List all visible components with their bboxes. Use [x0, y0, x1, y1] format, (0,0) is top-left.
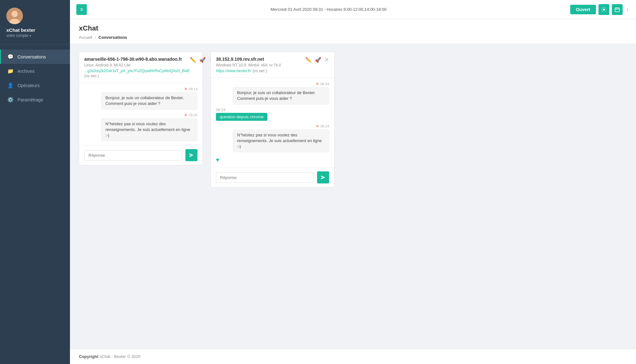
message-meta: ✕ 09:25 — [184, 113, 197, 117]
chat-card-title: amarseille-656-1-798-30.w90-8.abo.wanado… — [84, 56, 190, 62]
top-header: ≡ Mercredi 01 Avril 2020 09:31 - Horaire… — [70, 0, 636, 19]
content-area: amarseille-656-1-798-30.w90-8.abo.wanado… — [70, 44, 636, 349]
message-row: ♥ — [216, 155, 329, 163]
chat-card-subtitle: Windows NT 10.0; Win64; x64; rv:74.0 — [216, 63, 305, 67]
message-time: 09:24 — [320, 124, 329, 128]
chat-card-link[interactable]: https://www.bexter.fr/ — [216, 69, 251, 73]
chat-card-conv1: amarseille-656-1-798-30.w90-8.abo.wanado… — [79, 52, 203, 165]
send-icon[interactable]: 🚀 — [199, 57, 206, 63]
svg-point-1 — [11, 11, 18, 17]
message-status-icon: ✕ — [316, 124, 319, 128]
send-icon[interactable]: 🚀 — [315, 57, 321, 63]
message-status-icon: ✕ — [184, 87, 187, 91]
message-time: 09:25 — [189, 113, 197, 117]
header-datetime: Mercredi 01 Avril 2020 09:31 - Horaires … — [92, 7, 565, 12]
archives-icon: 📁 — [7, 68, 14, 74]
chat-card-link[interactable]: ...gJdJuq2k2Gdr1kT_pA_yIeJYu2QiywlHrRoCp… — [84, 69, 190, 73]
breadcrumb-current: Conversations — [99, 35, 127, 40]
message-bubble: Bonjour, je suis un collaborateur de Bex… — [101, 92, 197, 109]
avatar — [6, 8, 23, 24]
sidebar-profile: xChat bexter votre compte ▾ — [0, 0, 70, 45]
timestamp-label: 08:24 — [216, 108, 225, 112]
forward-arrow-button[interactable]: › — [625, 6, 630, 13]
sidebar-item-archives[interactable]: 📁Archives — [0, 64, 70, 78]
message-meta: ✕ 09:14 — [184, 87, 197, 91]
chat-input-area-conv1 — [79, 145, 203, 165]
parametrage-icon: ⚙️ — [7, 97, 14, 103]
message-bubble: N"hésitez pas si vous voulez des renseig… — [101, 118, 197, 141]
breadcrumb-separator: / — [95, 35, 96, 40]
visitor-tag: question depuis chrome — [216, 113, 267, 121]
calendar-icon-button[interactable] — [612, 4, 623, 15]
chat-card-subtitle: Linux; Android 9; Mi A2 Lite — [84, 63, 190, 67]
message-status-icon: ✕ — [184, 113, 187, 117]
reply-input[interactable] — [216, 172, 314, 183]
message-row: ✕ 08:24 Bonjour, je suis un collaborateu… — [216, 82, 329, 104]
sidebar-item-operateurs[interactable]: 👤Opérateurs — [0, 78, 70, 93]
svg-point-3 — [603, 9, 605, 10]
conversations-grid: amarseille-656-1-798-30.w90-8.abo.wanado… — [79, 52, 627, 188]
chat-card-header-conv2: 38.152.9.109.rev.sfr.net Windows NT 10.0… — [211, 52, 334, 78]
footer-text: xChat - Bexter © 2020 — [98, 354, 140, 359]
message-bubble: N"hésitez pas si vous voulez des renseig… — [233, 129, 329, 153]
sidebar-item-parametrage[interactable]: ⚙️Paramétrage — [0, 93, 70, 107]
sidebar-item-label: Archives — [17, 69, 35, 74]
hamburger-button[interactable]: ≡ — [76, 4, 87, 15]
message-time: 08:24 — [320, 82, 329, 86]
sidebar-nav: 💬Conversations📁Archives👤Opérateurs⚙️Para… — [0, 45, 70, 364]
chat-card-title: 38.152.9.109.rev.sfr.net — [216, 56, 305, 62]
chat-card-header-conv1: amarseille-656-1-798-30.w90-8.abo.wanado… — [79, 52, 203, 83]
send-button[interactable] — [317, 171, 329, 183]
settings-icon-button[interactable] — [598, 4, 609, 15]
sidebar-item-label: Paramétrage — [17, 97, 43, 102]
footer-bold: Copyright — [79, 354, 98, 359]
chat-messages-conv1: ✕ 09:14 Bonjour, je suis un collaborateu… — [79, 83, 203, 145]
conversations-icon: 💬 — [7, 54, 14, 60]
chevron-down-icon: ▾ — [30, 34, 31, 38]
edit-icon[interactable]: ✏️ — [190, 57, 196, 63]
close-icon[interactable]: ✕ — [324, 56, 329, 63]
message-row: ✕ 09:24 N"hésitez pas si vous voulez des… — [216, 124, 329, 153]
message-meta: ✕ 08:24 — [316, 82, 329, 86]
sidebar-item-conversations[interactable]: 💬Conversations — [0, 50, 70, 64]
message-row: ✕ 09:14 Bonjour, je suis un collaborateu… — [84, 87, 197, 109]
message-bubble: Bonjour, je suis un collaborateur de Bex… — [233, 87, 329, 104]
heart-icon: ♥ — [216, 157, 219, 163]
sidebar-item-label: Opérateurs — [17, 83, 40, 88]
breadcrumb: Accueil / Conversations — [79, 35, 627, 44]
message-status-icon: ✕ — [316, 82, 319, 86]
chat-card-conv2: 38.152.9.109.rev.sfr.net Windows NT 10.0… — [211, 52, 335, 188]
reply-input[interactable] — [84, 150, 182, 161]
page-header: xChat Accueil / Conversations — [70, 19, 636, 44]
sidebar-username: xChat bexter — [6, 27, 35, 33]
ouvert-button[interactable]: Ouvert — [570, 5, 596, 14]
message-row: 08:24 question depuis chrome — [216, 108, 329, 121]
send-button[interactable] — [185, 149, 197, 161]
operateurs-icon: 👤 — [7, 82, 14, 88]
sidebar-item-label: Conversations — [17, 54, 46, 59]
chat-card-info: amarseille-656-1-798-30.w90-8.abo.wanado… — [84, 56, 190, 78]
message-meta: ✕ 09:24 — [316, 124, 329, 128]
chat-card-actions: ✏️ 🚀 ✕ — [305, 56, 329, 63]
chat-input-area-conv2 — [211, 167, 334, 187]
chat-card-info: 38.152.9.109.rev.sfr.net Windows NT 10.0… — [216, 56, 305, 73]
header-actions: Ouvert › — [570, 4, 630, 15]
chat-messages-conv2: ✕ 08:24 Bonjour, je suis un collaborateu… — [211, 78, 334, 167]
breadcrumb-home[interactable]: Accueil — [79, 35, 92, 40]
footer: Copyright xChat - Bexter © 2020 — [70, 349, 636, 364]
message-time: 09:14 — [189, 87, 197, 91]
svg-rect-4 — [615, 8, 619, 12]
edit-icon[interactable]: ✏️ — [305, 57, 312, 63]
message-row: ✕ 09:25 N"hésitez pas si vous voulez des… — [84, 113, 197, 141]
page-title: xChat — [79, 24, 627, 32]
main-content: ≡ Mercredi 01 Avril 2020 09:31 - Horaire… — [70, 0, 636, 364]
sidebar: xChat bexter votre compte ▾ 💬Conversatio… — [0, 0, 70, 364]
sidebar-account-link[interactable]: votre compte ▾ — [6, 33, 31, 38]
